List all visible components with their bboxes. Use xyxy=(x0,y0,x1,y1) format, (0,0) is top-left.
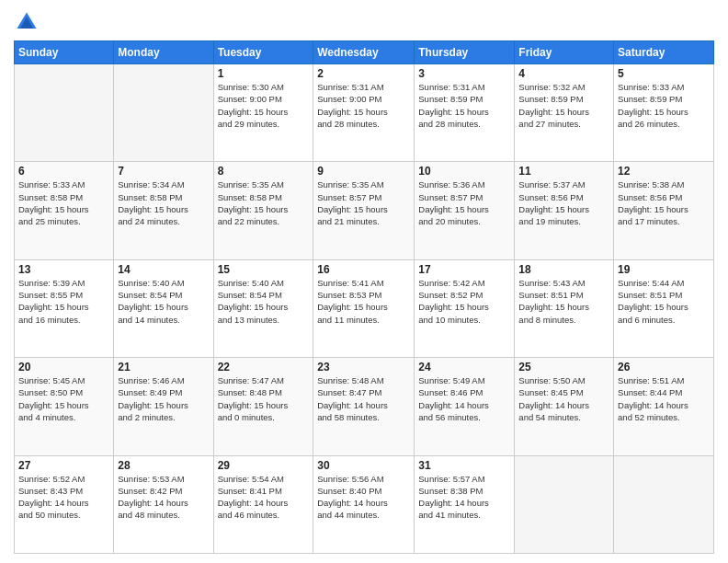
calendar: SundayMondayTuesdayWednesdayThursdayFrid… xyxy=(14,40,714,554)
day-info: Sunrise: 5:37 AM Sunset: 8:56 PM Dayligh… xyxy=(518,178,609,227)
day-number: 3 xyxy=(418,67,510,80)
day-info: Sunrise: 5:56 AM Sunset: 8:40 PM Dayligh… xyxy=(317,473,410,522)
day-number: 6 xyxy=(18,165,109,178)
logo xyxy=(14,9,43,35)
day-info: Sunrise: 5:35 AM Sunset: 8:58 PM Dayligh… xyxy=(218,178,310,227)
day-info: Sunrise: 5:53 AM Sunset: 8:42 PM Dayligh… xyxy=(118,473,209,522)
day-number: 15 xyxy=(218,263,310,276)
day-number: 30 xyxy=(317,459,410,472)
calendar-cell: 5Sunrise: 5:33 AM Sunset: 8:59 PM Daylig… xyxy=(614,64,714,162)
day-info: Sunrise: 5:43 AM Sunset: 8:51 PM Dayligh… xyxy=(518,277,609,326)
day-info: Sunrise: 5:46 AM Sunset: 8:49 PM Dayligh… xyxy=(118,374,209,423)
day-info: Sunrise: 5:36 AM Sunset: 8:57 PM Dayligh… xyxy=(418,178,510,227)
logo-icon xyxy=(14,9,40,35)
calendar-week-row: 20Sunrise: 5:45 AM Sunset: 8:50 PM Dayli… xyxy=(15,358,714,455)
column-header-sunday: Sunday xyxy=(15,41,114,64)
calendar-cell: 26Sunrise: 5:51 AM Sunset: 8:44 PM Dayli… xyxy=(614,358,714,455)
day-number: 29 xyxy=(218,459,310,472)
day-info: Sunrise: 5:31 AM Sunset: 9:00 PM Dayligh… xyxy=(317,81,410,130)
calendar-header-row: SundayMondayTuesdayWednesdayThursdayFrid… xyxy=(15,41,714,64)
day-number: 7 xyxy=(118,165,209,178)
column-header-tuesday: Tuesday xyxy=(213,41,313,64)
header xyxy=(14,9,714,35)
day-number: 10 xyxy=(418,165,510,178)
calendar-cell: 25Sunrise: 5:50 AM Sunset: 8:45 PM Dayli… xyxy=(515,358,614,455)
day-number: 17 xyxy=(418,263,510,276)
day-info: Sunrise: 5:40 AM Sunset: 8:54 PM Dayligh… xyxy=(118,277,209,326)
day-number: 25 xyxy=(518,361,609,373)
calendar-cell: 15Sunrise: 5:40 AM Sunset: 8:54 PM Dayli… xyxy=(213,259,313,357)
calendar-cell: 14Sunrise: 5:40 AM Sunset: 8:54 PM Dayli… xyxy=(114,259,213,357)
calendar-cell xyxy=(114,64,213,162)
calendar-cell: 10Sunrise: 5:36 AM Sunset: 8:57 PM Dayli… xyxy=(415,162,515,259)
calendar-cell: 31Sunrise: 5:57 AM Sunset: 8:38 PM Dayli… xyxy=(415,455,515,553)
day-info: Sunrise: 5:30 AM Sunset: 9:00 PM Dayligh… xyxy=(218,81,310,130)
day-number: 1 xyxy=(218,67,310,80)
day-number: 19 xyxy=(618,263,710,276)
day-number: 4 xyxy=(518,67,609,80)
calendar-cell xyxy=(515,455,614,553)
day-info: Sunrise: 5:33 AM Sunset: 8:58 PM Dayligh… xyxy=(18,178,109,227)
day-number: 26 xyxy=(618,361,710,373)
calendar-cell: 30Sunrise: 5:56 AM Sunset: 8:40 PM Dayli… xyxy=(313,455,415,553)
day-info: Sunrise: 5:45 AM Sunset: 8:50 PM Dayligh… xyxy=(18,374,109,423)
page: SundayMondayTuesdayWednesdayThursdayFrid… xyxy=(0,0,728,563)
day-number: 31 xyxy=(418,459,510,472)
calendar-cell: 1Sunrise: 5:30 AM Sunset: 9:00 PM Daylig… xyxy=(213,64,313,162)
day-number: 27 xyxy=(18,459,109,472)
day-number: 22 xyxy=(218,361,310,373)
day-number: 20 xyxy=(18,361,109,373)
day-info: Sunrise: 5:54 AM Sunset: 8:41 PM Dayligh… xyxy=(218,473,310,522)
calendar-cell: 8Sunrise: 5:35 AM Sunset: 8:58 PM Daylig… xyxy=(213,162,313,259)
day-number: 24 xyxy=(418,361,510,373)
day-info: Sunrise: 5:51 AM Sunset: 8:44 PM Dayligh… xyxy=(618,374,710,423)
calendar-week-row: 27Sunrise: 5:52 AM Sunset: 8:43 PM Dayli… xyxy=(15,455,714,553)
calendar-cell: 7Sunrise: 5:34 AM Sunset: 8:58 PM Daylig… xyxy=(114,162,213,259)
calendar-cell: 3Sunrise: 5:31 AM Sunset: 8:59 PM Daylig… xyxy=(415,64,515,162)
calendar-cell: 27Sunrise: 5:52 AM Sunset: 8:43 PM Dayli… xyxy=(15,455,114,553)
day-number: 5 xyxy=(618,67,710,80)
column-header-friday: Friday xyxy=(515,41,614,64)
calendar-cell: 28Sunrise: 5:53 AM Sunset: 8:42 PM Dayli… xyxy=(114,455,213,553)
day-number: 12 xyxy=(618,165,710,178)
day-number: 14 xyxy=(118,263,209,276)
calendar-cell: 18Sunrise: 5:43 AM Sunset: 8:51 PM Dayli… xyxy=(515,259,614,357)
day-info: Sunrise: 5:49 AM Sunset: 8:46 PM Dayligh… xyxy=(418,374,510,423)
day-info: Sunrise: 5:35 AM Sunset: 8:57 PM Dayligh… xyxy=(317,178,410,227)
calendar-cell: 19Sunrise: 5:44 AM Sunset: 8:51 PM Dayli… xyxy=(614,259,714,357)
day-info: Sunrise: 5:52 AM Sunset: 8:43 PM Dayligh… xyxy=(18,473,109,522)
calendar-cell: 17Sunrise: 5:42 AM Sunset: 8:52 PM Dayli… xyxy=(415,259,515,357)
calendar-cell: 23Sunrise: 5:48 AM Sunset: 8:47 PM Dayli… xyxy=(313,358,415,455)
calendar-cell xyxy=(614,455,714,553)
day-info: Sunrise: 5:44 AM Sunset: 8:51 PM Dayligh… xyxy=(618,277,710,326)
day-info: Sunrise: 5:40 AM Sunset: 8:54 PM Dayligh… xyxy=(218,277,310,326)
day-number: 2 xyxy=(317,67,410,80)
day-number: 8 xyxy=(218,165,310,178)
calendar-cell: 12Sunrise: 5:38 AM Sunset: 8:56 PM Dayli… xyxy=(614,162,714,259)
day-info: Sunrise: 5:39 AM Sunset: 8:55 PM Dayligh… xyxy=(18,277,109,326)
calendar-cell: 9Sunrise: 5:35 AM Sunset: 8:57 PM Daylig… xyxy=(313,162,415,259)
day-info: Sunrise: 5:57 AM Sunset: 8:38 PM Dayligh… xyxy=(418,473,510,522)
day-info: Sunrise: 5:42 AM Sunset: 8:52 PM Dayligh… xyxy=(418,277,510,326)
calendar-cell: 4Sunrise: 5:32 AM Sunset: 8:59 PM Daylig… xyxy=(515,64,614,162)
calendar-week-row: 1Sunrise: 5:30 AM Sunset: 9:00 PM Daylig… xyxy=(15,64,714,162)
day-info: Sunrise: 5:38 AM Sunset: 8:56 PM Dayligh… xyxy=(618,178,710,227)
calendar-cell: 29Sunrise: 5:54 AM Sunset: 8:41 PM Dayli… xyxy=(213,455,313,553)
day-info: Sunrise: 5:41 AM Sunset: 8:53 PM Dayligh… xyxy=(317,277,410,326)
day-info: Sunrise: 5:34 AM Sunset: 8:58 PM Dayligh… xyxy=(118,178,209,227)
day-info: Sunrise: 5:48 AM Sunset: 8:47 PM Dayligh… xyxy=(317,374,410,423)
column-header-wednesday: Wednesday xyxy=(313,41,415,64)
calendar-cell xyxy=(15,64,114,162)
calendar-cell: 22Sunrise: 5:47 AM Sunset: 8:48 PM Dayli… xyxy=(213,358,313,455)
day-number: 23 xyxy=(317,361,410,373)
day-number: 16 xyxy=(317,263,410,276)
calendar-cell: 16Sunrise: 5:41 AM Sunset: 8:53 PM Dayli… xyxy=(313,259,415,357)
column-header-saturday: Saturday xyxy=(614,41,714,64)
day-number: 13 xyxy=(18,263,109,276)
calendar-cell: 21Sunrise: 5:46 AM Sunset: 8:49 PM Dayli… xyxy=(114,358,213,455)
day-number: 11 xyxy=(518,165,609,178)
day-number: 28 xyxy=(118,459,209,472)
column-header-monday: Monday xyxy=(114,41,213,64)
day-info: Sunrise: 5:32 AM Sunset: 8:59 PM Dayligh… xyxy=(518,81,609,130)
day-number: 9 xyxy=(317,165,410,178)
